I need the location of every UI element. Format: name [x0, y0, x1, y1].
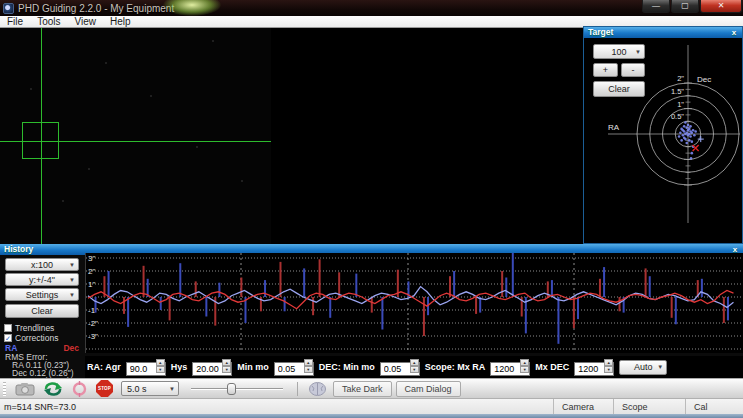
- menu-view[interactable]: View: [67, 16, 103, 27]
- exposure-duration-select[interactable]: 5.0 s ▼: [121, 381, 179, 396]
- cal-status-field: Cal: [685, 399, 743, 414]
- slider-thumb[interactable]: [227, 383, 236, 395]
- toolbar-grip: [3, 382, 6, 396]
- spinner-arrows-icon[interactable]: ▲▼: [222, 359, 231, 371]
- chevron-down-icon: ▼: [69, 262, 75, 268]
- stop-icon[interactable]: STOP: [96, 380, 113, 397]
- ra-minmove-label: Min mo: [237, 362, 269, 372]
- trendlines-checkbox[interactable]: [4, 324, 12, 332]
- faint-star: [150, 95, 152, 97]
- chevron-down-icon: ▼: [169, 386, 175, 392]
- phd-guiding-window: PHD Guiding 2.2.0 - My Equipment — ▢ ✕ F…: [0, 0, 743, 418]
- history-clear-button[interactable]: Clear: [5, 304, 79, 318]
- chevron-down-icon: ▼: [69, 292, 75, 298]
- faint-star: [62, 200, 64, 202]
- target-zoom-value: 100: [611, 47, 626, 57]
- history-graph-svg: 1"2"3"-1"-2"-3": [86, 253, 742, 353]
- legend-dec: Dec: [63, 343, 79, 353]
- minimize-button[interactable]: —: [642, 0, 670, 13]
- history-settings-select[interactable]: Settings ▼: [5, 288, 79, 301]
- menu-file[interactable]: File: [0, 16, 30, 27]
- spinner-arrows-icon[interactable]: ▲▼: [156, 359, 165, 371]
- app-icon: [3, 3, 14, 14]
- slider-track: [191, 388, 283, 390]
- scope-status-field: Scope: [613, 399, 685, 414]
- history-xscale-select[interactable]: x:100 ▼: [5, 258, 79, 271]
- window-title: PHD Guiding 2.2.0 - My Equipment: [18, 3, 174, 14]
- target-close-icon[interactable]: x: [728, 27, 740, 38]
- menu-help[interactable]: Help: [103, 16, 138, 27]
- svg-text:-2": -2": [88, 319, 98, 328]
- dec-guide-mode-select[interactable]: Auto ▼: [619, 360, 667, 375]
- target-scatter-plot: 0.5"1"1.5"2"DecRA: [584, 27, 742, 243]
- maximize-button[interactable]: ▢: [671, 0, 699, 13]
- target-zoom-out-button[interactable]: -: [621, 63, 645, 77]
- spinner-arrows-icon[interactable]: ▲▼: [604, 359, 613, 371]
- max-dec-label: Mx DEC: [535, 362, 569, 372]
- history-settings-label: Settings: [26, 290, 59, 300]
- hys-label: Hys: [171, 362, 188, 372]
- svg-text:3": 3": [88, 254, 95, 263]
- svg-text:1.5": 1.5": [671, 87, 684, 96]
- svg-text:2": 2": [88, 267, 95, 276]
- faint-star: [196, 146, 198, 148]
- ra-agr-label: RA: Agr: [87, 362, 121, 372]
- guide-parameters-bar: RA: Agr ▲▼ Hys ▲▼ Min mo ▲▼ DEC: Min mo …: [85, 356, 743, 378]
- svg-text:-1": -1": [88, 306, 98, 315]
- close-button[interactable]: ✕: [700, 0, 742, 13]
- camera-frame[interactable]: [0, 28, 271, 244]
- chevron-down-icon: ▼: [69, 277, 75, 283]
- title-bar[interactable]: PHD Guiding 2.2.0 - My Equipment — ▢ ✕: [0, 0, 743, 16]
- loop-exposures-icon[interactable]: [43, 381, 63, 396]
- faint-star: [212, 40, 214, 42]
- faint-star: [88, 168, 90, 170]
- target-panel-titlebar[interactable]: Target x: [584, 27, 742, 38]
- dec-minmove-label: DEC: Min mo: [319, 362, 375, 372]
- spinner-arrows-icon[interactable]: ▲▼: [520, 359, 529, 371]
- status-bar: m=514 SNR=73.0 Camera Scope Cal: [0, 398, 743, 414]
- faint-star: [105, 62, 107, 64]
- spinner-arrows-icon[interactable]: ▲▼: [410, 359, 419, 371]
- dec-guide-mode-value: Auto: [634, 362, 653, 372]
- corrections-checkbox[interactable]: [4, 334, 12, 342]
- history-yscale-select[interactable]: y:+/-4" ▼: [5, 273, 79, 286]
- history-controls: x:100 ▼ y:+/-4" ▼ Settings ▼ Clear Trend…: [0, 255, 85, 378]
- menu-tools[interactable]: Tools: [30, 16, 67, 27]
- trendlines-label: Trendlines: [15, 323, 54, 333]
- take-dark-button[interactable]: Take Dark: [333, 381, 392, 397]
- history-xscale-value: x:100: [31, 260, 53, 270]
- svg-text:Dec: Dec: [697, 75, 711, 84]
- main-toolbar: STOP 5.0 s ▼ Take Dark Cam Dialog: [0, 378, 743, 398]
- window-bottom-edge: [0, 414, 743, 418]
- history-panel: History x x:100 ▼ y:+/-4" ▼ Settings ▼ C…: [0, 244, 743, 378]
- target-panel: 0.5"1"1.5"2"DecRA Target x 100 ▼ + - Cle…: [583, 26, 743, 244]
- gamma-slider[interactable]: [191, 381, 283, 396]
- toolbar-separator: [297, 382, 298, 396]
- corrections-label: Corrections: [15, 333, 58, 343]
- brain-settings-icon[interactable]: [308, 381, 327, 397]
- chevron-down-icon: ▼: [657, 364, 663, 370]
- star-mass-snr-status: m=514 SNR=73.0: [4, 402, 76, 412]
- camera-status-field: Camera: [553, 399, 613, 414]
- max-ra-label: Scope: Mx RA: [425, 362, 486, 372]
- guide-icon[interactable]: [71, 381, 88, 397]
- faint-star: [30, 88, 32, 90]
- history-graph: 1"2"3"-1"-2"-3": [85, 253, 743, 353]
- guide-star-selection-box: [22, 122, 59, 159]
- target-zoom-select[interactable]: 100 ▼: [593, 44, 645, 59]
- svg-text:RA: RA: [608, 123, 620, 132]
- target-panel-title: Target: [588, 27, 613, 37]
- faint-star: [241, 180, 243, 182]
- target-zoom-in-button[interactable]: +: [593, 63, 618, 77]
- svg-text:1": 1": [677, 100, 684, 109]
- spinner-arrows-icon[interactable]: ▲▼: [304, 359, 313, 371]
- history-panel-title: History: [4, 244, 33, 254]
- svg-text:1": 1": [88, 280, 95, 289]
- chevron-down-icon: ▼: [635, 49, 641, 55]
- history-yscale-value: y:+/-4": [29, 275, 55, 285]
- camera-connect-icon[interactable]: [15, 381, 35, 396]
- exposure-value: 5.0 s: [127, 384, 147, 394]
- target-clear-button[interactable]: Clear: [593, 81, 645, 97]
- svg-text:-3": -3": [88, 332, 98, 341]
- cam-dialog-button[interactable]: Cam Dialog: [396, 381, 461, 397]
